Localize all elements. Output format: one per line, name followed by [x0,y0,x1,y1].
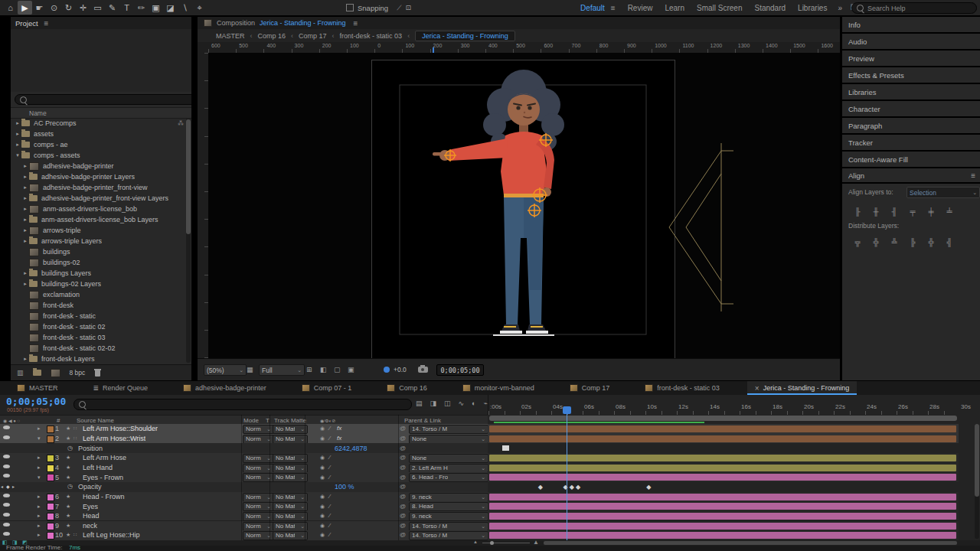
layer-duration-bar[interactable] [489,474,956,481]
work-area-bar[interactable] [489,416,957,421]
snapping-checkbox[interactable] [346,4,354,11]
project-item[interactable]: ▸buildings Layers [11,268,184,279]
next-keyframe-icon[interactable]: ▸ [12,482,15,492]
timeline-tab-monitor-vm-banned[interactable]: monitor-vm-banned [455,381,542,395]
layer-duration-bar[interactable] [489,435,956,442]
project-item[interactable]: ▸adhesive-badge-printer_front-view [11,182,184,193]
collapse-transform-icon[interactable]: ◉ [320,463,325,473]
close-tab-icon[interactable]: × [755,384,760,393]
interpret-footage-icon[interactable]: ▥ [17,369,24,377]
project-bpc-label[interactable]: 8 bpc [70,369,86,377]
region-of-interest-icon[interactable]: ⊞ [306,366,312,373]
workspace-libraries[interactable]: Libraries [798,4,827,12]
project-item[interactable]: buildings [11,246,184,257]
snap-frame-icon[interactable]: ⊡ [405,4,411,11]
timeline-vertical-scrollbar-thumb[interactable] [975,424,979,497]
frame-blending-icon[interactable]: ∿ [459,399,465,407]
snap-angle-icon[interactable]: ⟋ [397,4,401,12]
panel-menu-icon[interactable]: ≡ [44,19,49,28]
layer-visibility-eye-icon[interactable] [3,463,10,470]
panel-tab-content-aware-fill[interactable]: Content-Aware Fill [842,152,980,167]
composition-frame[interactable] [371,60,675,359]
project-item[interactable]: ▸arrows-triple [11,225,184,236]
panel-tab-character[interactable]: Character [842,101,980,116]
collapse-transform-icon[interactable]: ◉ [320,472,325,482]
timeline-horizontal-scrollbar-thumb[interactable] [544,541,957,545]
project-search-input[interactable] [15,94,191,105]
quality-icon[interactable]: ⁄ [329,424,330,434]
layer-duration-bar[interactable] [489,523,956,530]
timeline-tab-render-queue[interactable]: ≣Render Queue [86,381,156,395]
quality-icon[interactable]: ⁄ [329,521,330,531]
composition-panel-title[interactable]: Jerica - Standing - Frowning [260,19,346,27]
draft-3d-icon[interactable]: ◨ [430,399,437,407]
track-matte-select[interactable]: No Matte⌄ [273,493,308,502]
layer-color-swatch[interactable] [47,455,54,462]
project-item[interactable]: front-desk - static 03 [11,332,184,343]
track-row[interactable] [488,472,959,483]
align-top-icon[interactable]: ╤ [903,207,922,216]
align-layers-select[interactable]: Selection ⌄ [906,187,980,198]
parent-pickwhip-icon[interactable]: @ [400,434,406,444]
layer-color-swatch[interactable] [47,513,54,520]
breadcrumb-item[interactable]: MASTER [216,32,245,40]
timeline-tab-adhesive-badge-printer[interactable]: adhesive-badge-printer [175,381,274,395]
expand-chevron-icon[interactable]: ▸ [38,501,41,511]
project-item[interactable]: ▸AC Precomps⁂ [11,118,184,129]
roto-brush-tool[interactable]: ∖ [178,1,192,15]
keyframe-diamond[interactable]: ◆ [570,484,574,491]
track-row[interactable] [488,453,959,464]
align-left-icon[interactable]: ╟ [848,207,867,216]
workspace-default[interactable]: Default [580,4,605,12]
layer-visibility-eye-icon[interactable] [3,511,10,518]
distribute-left-icon[interactable]: ╠ [903,238,922,246]
playhead-line[interactable] [567,414,567,540]
property-value[interactable]: 6242,4878 [335,443,368,453]
track-matte-select[interactable]: No Matte⌄ [273,522,308,531]
layer-row[interactable]: ▸8★HeadNorm⌄No Matte⌄◉⁄@9. neck⌄ [0,511,488,522]
quality-icon[interactable]: ⁄ [329,463,330,473]
layer-visibility-eye-icon[interactable] [3,472,10,479]
project-item[interactable]: exclamation [11,289,184,300]
track-row[interactable] [488,521,959,532]
collapse-transform-icon[interactable]: ◉ [320,521,325,531]
parent-link-select[interactable]: 9. neck⌄ [409,493,488,502]
project-item[interactable]: ▸anm-asset-drivers-license_bob Layers [11,214,184,225]
viewport[interactable] [208,53,840,359]
breadcrumb-item[interactable]: front-desk - static 03 [340,32,403,40]
parent-link-select[interactable]: 8. Head⌄ [409,502,488,511]
track-matte-select[interactable]: No Matte⌄ [273,425,308,434]
parent-pickwhip-icon[interactable]: @ [400,492,406,502]
current-timecode[interactable]: 0;00;05;00 [6,396,66,407]
name-column-header[interactable]: Name [29,109,47,117]
layer-row[interactable]: ▸4★Left HandNorm⌄No Matte⌄◉⁄@2. Left Arm… [0,463,488,474]
mini-flowchart-icon[interactable]: ▤ [416,399,423,407]
expand-chevron-icon[interactable]: ▸ [38,511,41,521]
timeline-tab-comp-17[interactable]: Comp 17 [562,381,618,395]
help-search-input[interactable]: Search Help [851,2,977,14]
panel-tab-info[interactable]: Info [842,17,980,32]
layer-color-swatch[interactable] [47,494,54,501]
layer-row[interactable]: ▸6★Head - FrownNorm⌄No Matte⌄◉⁄@9. neck⌄ [0,492,488,503]
project-item[interactable]: ▸buildings-02 Layers [11,279,184,289]
expand-chevron-icon[interactable]: ▸ [21,356,29,362]
parent-link-select[interactable]: 9. neck⌄ [409,512,488,521]
layer-duration-bar[interactable] [489,494,956,500]
layer-row[interactable]: ▸3★Left Arm HoseNorm⌄No Matte⌄◉⁄@None⌄ [0,453,488,464]
keyframe-diamond[interactable]: ◆ [538,484,543,491]
layer-duration-bar[interactable] [489,513,956,520]
parent-pickwhip-icon[interactable]: @ [400,521,406,531]
timeline-zoom-knob[interactable] [490,541,494,545]
brush-tool[interactable]: ✏ [134,1,149,15]
track-matte-select[interactable]: No Matte⌄ [273,512,308,521]
distribute-bottom-icon[interactable]: ╩ [885,238,903,246]
track-matte-select[interactable]: No Matte⌄ [273,473,308,482]
zoom-in-mountain-icon[interactable]: ▲ [533,539,539,546]
hide-shy-icon[interactable]: ◫ [444,399,451,407]
expand-chevron-icon[interactable]: ▸ [14,131,21,137]
expand-chevron-icon[interactable]: ▸ [14,120,21,126]
distribute-h-center-icon[interactable]: ╬ [922,238,940,246]
keyframe-diamond[interactable]: ◆ [646,484,651,491]
track-row[interactable] [488,511,959,522]
project-columns-header[interactable]: Name [11,107,191,119]
